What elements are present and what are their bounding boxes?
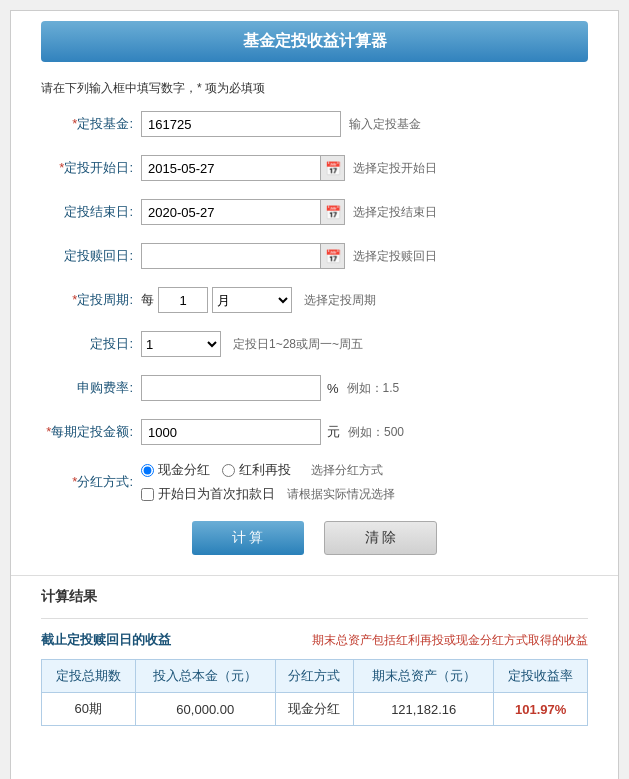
- cell-return-rate: 101.97%: [494, 693, 588, 726]
- col-header-assets: 期末总资产（元）: [353, 660, 493, 693]
- period-unit-select[interactable]: 月 周: [212, 287, 292, 313]
- dividend-hint: 选择分红方式: [311, 462, 383, 479]
- day-wrapper: 1234 5678 9101112 13141516 17181920 2122…: [141, 331, 363, 357]
- result-subtitle-row: 截止定投赎回日的收益 期末总资产包括红利再投或现金分红方式取得的收益: [41, 631, 588, 649]
- fee-row: 申购费率: % 例如：1.5: [41, 373, 588, 403]
- day-row: 定投日: 1234 5678 9101112 13141516 17181920…: [41, 329, 588, 359]
- amount-unit: 元: [327, 423, 340, 441]
- dividend-cash-label[interactable]: 现金分红: [141, 461, 210, 479]
- buttons-row: 计 算 清 除: [11, 521, 618, 555]
- calc-button[interactable]: 计 算: [192, 521, 304, 555]
- amount-row: 每期定投金额: 元 例如：500: [41, 417, 588, 447]
- period-row: 定投周期: 每 月 周 选择定投周期: [41, 285, 588, 315]
- result-divider: [41, 618, 588, 619]
- fee-label: 申购费率:: [41, 379, 141, 397]
- fee-wrapper: % 例如：1.5: [141, 375, 399, 401]
- start-date-hint: 选择定投开始日: [353, 160, 437, 177]
- checkbox-text: 开始日为首次扣款日: [158, 485, 275, 503]
- redeem-date-hint: 选择定投赎回日: [353, 248, 437, 265]
- checkbox-label[interactable]: 开始日为首次扣款日 请根据实际情况选择: [141, 485, 395, 503]
- start-date-label: 定投开始日:: [41, 159, 141, 177]
- amount-hint: 例如：500: [348, 424, 404, 441]
- period-label: 定投周期:: [41, 291, 141, 309]
- redeem-date-wrapper: 📅: [141, 243, 345, 269]
- fee-hint: 例如：1.5: [347, 380, 400, 397]
- fund-hint: 输入定投基金: [349, 116, 421, 133]
- redeem-date-input[interactable]: [141, 243, 321, 269]
- result-title: 计算结果: [41, 588, 588, 606]
- cell-periods: 60期: [42, 693, 136, 726]
- start-date-input[interactable]: [141, 155, 321, 181]
- table-row: 60期 60,000.00 现金分红 121,182.16 101.97%: [42, 693, 588, 726]
- end-date-calendar-icon[interactable]: 📅: [321, 199, 345, 225]
- dividend-label: 分红方式:: [41, 473, 141, 491]
- result-table: 定投总期数 投入总本金（元） 分红方式 期末总资产（元） 定投收益率 60期 6…: [41, 659, 588, 726]
- form-section: 定投基金: 输入定投基金 定投开始日: 📅 选择定投开始日 定投结束日: 📅 选…: [11, 109, 618, 503]
- period-number-input[interactable]: [158, 287, 208, 313]
- end-date-input[interactable]: [141, 199, 321, 225]
- result-section: 计算结果 截止定投赎回日的收益 期末总资产包括红利再投或现金分红方式取得的收益 …: [11, 575, 618, 726]
- amount-label: 每期定投金额:: [41, 423, 141, 441]
- day-select[interactable]: 1234 5678 9101112 13141516 17181920 2122…: [141, 331, 221, 357]
- dividend-cash-radio[interactable]: [141, 464, 154, 477]
- redeem-date-row: 定投赎回日: 📅 选择定投赎回日: [41, 241, 588, 271]
- cell-principal: 60,000.00: [135, 693, 275, 726]
- day-hint: 定投日1~28或周一~周五: [233, 336, 363, 353]
- page-title: 基金定投收益计算器: [41, 21, 588, 62]
- table-header-row: 定投总期数 投入总本金（元） 分红方式 期末总资产（元） 定投收益率: [42, 660, 588, 693]
- start-date-calendar-icon[interactable]: 📅: [321, 155, 345, 181]
- period-hint: 选择定投周期: [304, 292, 376, 309]
- col-header-rate: 定投收益率: [494, 660, 588, 693]
- clear-button[interactable]: 清 除: [324, 521, 438, 555]
- fund-label: 定投基金:: [41, 115, 141, 133]
- dividend-cash-text: 现金分红: [158, 461, 210, 479]
- col-header-periods: 定投总期数: [42, 660, 136, 693]
- checkbox-row: 开始日为首次扣款日 请根据实际情况选择: [141, 485, 395, 503]
- subtitle-text: 请在下列输入框中填写数字，* 项为必填项: [11, 72, 618, 109]
- start-date-wrapper: 📅: [141, 155, 345, 181]
- cell-total-assets: 121,182.16: [353, 693, 493, 726]
- end-date-label: 定投结束日:: [41, 203, 141, 221]
- day-label: 定投日:: [41, 335, 141, 353]
- period-wrapper: 每 月 周 选择定投周期: [141, 287, 376, 313]
- amount-input[interactable]: [141, 419, 321, 445]
- fee-input[interactable]: [141, 375, 321, 401]
- checkbox-hint: 请根据实际情况选择: [287, 486, 395, 503]
- fund-input[interactable]: [141, 111, 341, 137]
- end-date-hint: 选择定投结束日: [353, 204, 437, 221]
- result-right-note: 期末总资产包括红利再投或现金分红方式取得的收益: [312, 632, 588, 649]
- dividend-row: 分红方式: 现金分红 红利再投 选择分红方式 开始日: [41, 461, 588, 503]
- fund-row: 定投基金: 输入定投基金: [41, 109, 588, 139]
- col-header-dividend: 分红方式: [275, 660, 353, 693]
- result-left-label: 截止定投赎回日的收益: [41, 631, 171, 649]
- dividend-reinvest-text: 红利再投: [239, 461, 291, 479]
- redeem-date-calendar-icon[interactable]: 📅: [321, 243, 345, 269]
- dividend-reinvest-radio[interactable]: [222, 464, 235, 477]
- col-header-principal: 投入总本金（元）: [135, 660, 275, 693]
- start-date-row: 定投开始日: 📅 选择定投开始日: [41, 153, 588, 183]
- end-date-row: 定投结束日: 📅 选择定投结束日: [41, 197, 588, 227]
- end-date-wrapper: 📅: [141, 199, 345, 225]
- first-deduction-checkbox[interactable]: [141, 488, 154, 501]
- redeem-date-label: 定投赎回日:: [41, 247, 141, 265]
- dividend-options: 现金分红 红利再投 选择分红方式: [141, 461, 395, 479]
- fee-unit: %: [327, 381, 339, 396]
- period-mei: 每: [141, 291, 154, 309]
- cell-dividend-type: 现金分红: [275, 693, 353, 726]
- amount-wrapper: 元 例如：500: [141, 419, 404, 445]
- main-container: 基金定投收益计算器 请在下列输入框中填写数字，* 项为必填项 定投基金: 输入定…: [10, 10, 619, 779]
- dividend-reinvest-label[interactable]: 红利再投: [222, 461, 291, 479]
